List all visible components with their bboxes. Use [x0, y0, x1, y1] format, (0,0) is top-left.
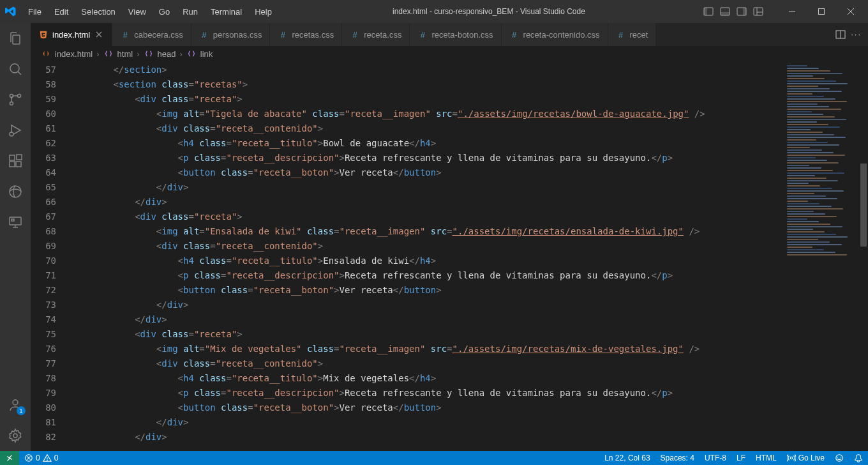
toggle-primary-sidebar-icon[interactable] — [701, 4, 716, 19]
scrollbar-thumb[interactable] — [860, 164, 867, 247]
menu-selection[interactable]: Selection — [76, 4, 120, 19]
tab-truncated[interactable]: #recet — [608, 23, 657, 46]
chevron-right-icon: › — [137, 49, 139, 59]
css-file-icon: # — [278, 29, 288, 40]
svg-point-15 — [18, 95, 21, 98]
tab-receta-boton-css[interactable]: #receta-boton.css — [410, 23, 501, 46]
tab-receta-contenido-css[interactable]: #receta-contenido.css — [502, 23, 608, 46]
menu-file[interactable]: File — [23, 4, 47, 19]
svg-rect-21 — [16, 162, 21, 167]
menu-view[interactable]: View — [123, 4, 151, 19]
editor-body[interactable]: 57 58 59 60 61 62 63 64 65 66 67 68 69 7… — [31, 61, 868, 451]
settings-gear-icon[interactable] — [0, 420, 31, 451]
css-file-icon: # — [616, 29, 626, 40]
encoding[interactable]: UTF-8 — [700, 454, 731, 462]
chevron-right-icon: › — [96, 49, 99, 59]
css-file-icon: # — [417, 29, 428, 40]
menu-run[interactable]: Run — [177, 4, 203, 19]
breadcrumb-item[interactable]: head — [158, 49, 176, 59]
svg-rect-10 — [819, 9, 825, 15]
remote-button[interactable] — [0, 451, 19, 465]
tab-receta-css[interactable]: #receta.css — [342, 23, 410, 46]
tab-label: recetas.css — [292, 30, 334, 40]
tab-index-html[interactable]: index.html — [31, 23, 112, 46]
toggle-panel-icon[interactable] — [717, 4, 733, 19]
css-file-icon: # — [509, 29, 520, 40]
minimap[interactable] — [782, 61, 859, 451]
eol[interactable]: LF — [731, 454, 751, 462]
title-bar: File Edit Selection View Go Run Terminal… — [0, 0, 868, 23]
breadcrumbs[interactable]: index.html › html › head › link — [31, 46, 868, 61]
menu-bar: File Edit Selection View Go Run Terminal… — [23, 4, 277, 19]
problems-button[interactable]: 0 0 — [19, 451, 63, 465]
toggle-secondary-sidebar-icon[interactable] — [734, 4, 749, 19]
source-control-icon[interactable] — [0, 84, 31, 115]
svg-rect-3 — [721, 12, 730, 15]
status-bar: 0 0 Ln 22, Col 63 Spaces: 4 UTF-8 LF HTM… — [0, 451, 868, 465]
indentation[interactable]: Spaces: 4 — [655, 454, 700, 462]
accounts-badge: 1 — [17, 406, 26, 415]
svg-point-18 — [10, 132, 13, 136]
run-debug-icon[interactable] — [0, 115, 31, 146]
svg-point-28 — [13, 400, 18, 405]
cursor-position[interactable]: Ln 22, Col 63 — [599, 454, 655, 462]
html-file-icon — [41, 49, 51, 59]
tab-personas-css[interactable]: #personas.css — [191, 23, 271, 46]
customize-layout-icon[interactable] — [751, 4, 766, 19]
close-button[interactable] — [836, 0, 865, 23]
vertical-scrollbar[interactable] — [859, 61, 868, 451]
svg-line-14 — [18, 72, 21, 75]
chevron-right-icon: › — [179, 49, 182, 59]
tab-label: receta-boton.css — [431, 30, 493, 40]
symbol-icon — [144, 49, 154, 59]
maximize-button[interactable] — [807, 0, 836, 23]
menu-edit[interactable]: Edit — [49, 4, 73, 19]
menu-help[interactable]: Help — [250, 4, 277, 19]
breadcrumb-item[interactable]: html — [117, 49, 133, 59]
extensions-icon[interactable] — [0, 146, 31, 176]
remote-explorer-icon[interactable] — [0, 207, 31, 238]
tab-label: receta-contenido.css — [523, 30, 600, 40]
svg-point-13 — [10, 64, 19, 73]
menu-terminal[interactable]: Terminal — [206, 4, 247, 19]
error-count: 0 — [36, 454, 40, 462]
menu-go[interactable]: Go — [154, 4, 175, 19]
css-file-icon: # — [199, 29, 209, 40]
tab-label: personas.css — [213, 30, 262, 40]
svg-rect-19 — [10, 155, 15, 160]
symbol-icon — [186, 49, 197, 59]
split-editor-icon[interactable] — [835, 29, 846, 40]
svg-point-38 — [47, 460, 47, 461]
css-file-icon: # — [120, 29, 130, 40]
svg-rect-5 — [743, 8, 746, 15]
svg-point-23 — [10, 186, 21, 197]
search-icon[interactable] — [0, 54, 31, 84]
tab-cabecera-css[interactable]: #cabecera.css — [112, 23, 191, 46]
more-actions-icon[interactable]: ··· — [851, 29, 862, 40]
edge-tools-icon[interactable] — [0, 176, 31, 207]
tab-label: receta.css — [364, 30, 401, 40]
editor-tabs: index.html #cabecera.css #personas.css #… — [31, 23, 868, 46]
explorer-icon[interactable] — [0, 23, 31, 54]
breadcrumb-item[interactable]: index.html — [55, 49, 93, 59]
symbol-icon — [103, 49, 114, 59]
line-numbers: 57 58 59 60 61 62 63 64 65 66 67 68 69 7… — [31, 61, 70, 451]
close-icon[interactable] — [94, 29, 104, 40]
code-content[interactable]: </section> <section class="recetas"> <di… — [70, 61, 782, 451]
svg-point-39 — [790, 457, 793, 459]
svg-rect-22 — [17, 155, 22, 160]
tab-label: index.html — [52, 30, 90, 40]
svg-rect-25 — [11, 219, 14, 221]
warning-count: 0 — [54, 454, 59, 462]
breadcrumb-item[interactable]: link — [200, 49, 213, 59]
svg-point-16 — [10, 102, 13, 105]
svg-point-40 — [836, 455, 843, 462]
feedback-icon[interactable] — [830, 454, 849, 462]
accounts-icon[interactable]: 1 — [0, 390, 31, 420]
tab-recetas-css[interactable]: #recetas.css — [270, 23, 342, 46]
go-live-button[interactable]: Go Live — [782, 454, 830, 462]
minimize-button[interactable] — [777, 0, 807, 23]
svg-rect-1 — [704, 8, 707, 15]
notifications-icon[interactable] — [849, 454, 868, 462]
language-mode[interactable]: HTML — [751, 454, 782, 462]
